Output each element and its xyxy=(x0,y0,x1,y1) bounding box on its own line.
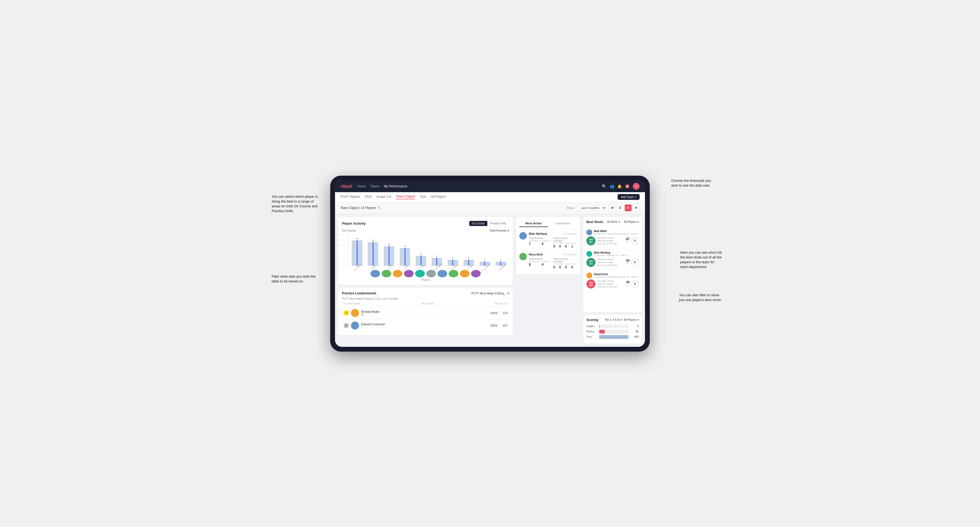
shot-metrics-1: 43 yds 0 xyxy=(626,259,639,266)
shots-filter[interactable]: All Shots ▾ xyxy=(607,221,620,223)
act-stats-0: Total Rounds Tournament 7 Practice xyxy=(529,237,577,248)
chart-filter[interactable]: Total Rounds ▾ xyxy=(490,229,509,232)
nav-links: Home Teams My Performance xyxy=(357,184,597,188)
add-team-button[interactable]: Add Team + xyxy=(617,194,640,200)
annotation-player-filter: You can also filter to show just one pla… xyxy=(679,293,722,302)
lb-avatar-1 xyxy=(351,322,359,330)
chevron-right-icon: › xyxy=(637,278,639,283)
grid-view-btn[interactable]: ⊞ xyxy=(609,205,616,211)
player-activity-card: Player Activity On Course Practice Drill… xyxy=(338,217,513,285)
scoring-header: Scoring Par 3, 4 & 5s ▾ All Players ▾ xyxy=(586,318,639,322)
tab-hcaps[interactable]: Hcaps 1-5 xyxy=(377,195,391,199)
on-course-toggle[interactable]: On Course xyxy=(469,221,487,226)
team-controls: Show: Last 3 months ⊞ ☰ ♥ ⚙ xyxy=(566,205,640,211)
target-icon[interactable]: 🎯 xyxy=(625,184,630,189)
tab-tour[interactable]: Tour xyxy=(420,195,426,199)
bar-mcharg xyxy=(352,240,362,266)
bar-chart: 13 12 xyxy=(348,234,509,266)
leaderboard-title: Practice Leaderboards xyxy=(342,291,376,295)
chevron-down-icon: ▾ xyxy=(508,291,509,295)
x-axis-names: B. McHarg B. Britt D. Ford J. Coles E. E… xyxy=(348,267,509,268)
shot-player-sub-2: 24 Aug 2023 · Royal North Devon GC · Hol… xyxy=(594,276,639,278)
shot-avatar-1 xyxy=(586,251,592,257)
nav-link-teams[interactable]: Teams xyxy=(370,184,379,188)
least-active-tab[interactable]: Least Active xyxy=(548,220,577,227)
bell-icon[interactable]: 🔔 xyxy=(617,184,622,189)
act-stats-1: Total Rounds Tournament 8 Practice xyxy=(529,258,577,269)
chevron-down-icon: ▾ xyxy=(508,229,509,232)
annotation-best-shots: Here you can see who's hit the best shot… xyxy=(680,250,722,270)
act-date-0: 26 Aug 2023 xyxy=(563,232,577,235)
activity-player-1: Rees Britt 02 Sep 2023 Total Rounds Tour… xyxy=(519,251,577,271)
nav-link-performance[interactable]: My Performance xyxy=(384,184,407,188)
search-icon[interactable]: 🔍 xyxy=(602,184,606,189)
scoring-title: Scoring xyxy=(586,318,598,322)
players-filter[interactable]: All Players ▾ xyxy=(624,221,639,223)
heart-view-btn[interactable]: ♥ xyxy=(625,205,632,211)
avatar-0 xyxy=(371,270,380,277)
shot-player-name-1: Blair McHarg xyxy=(594,251,628,254)
lb-avg-0: 110 xyxy=(500,311,508,314)
scoring-players-filter[interactable]: All Players ▾ xyxy=(624,318,639,321)
scoring-bar-eagles: Eagles 3 xyxy=(586,324,639,328)
shots-title: Best Shots xyxy=(586,220,603,224)
shot-text-2: Shot Dist: 16 yds Start Lie: Rough End L… xyxy=(598,279,617,289)
shot-player-name-0: Matt Miller xyxy=(594,230,638,233)
middle-panel: Most Active Least Active Blair McHarg 26… xyxy=(516,217,580,344)
shots-header: Best Shots All Shots ▾ All Players ▾ xyxy=(586,220,639,224)
chevron-down-icon: ▾ xyxy=(621,318,622,321)
edit-icon[interactable]: ✏️ xyxy=(377,206,381,210)
rank-badge-1: 1 xyxy=(344,310,349,316)
tab-all-players[interactable]: All Players xyxy=(431,195,446,199)
on-course-label: On Course xyxy=(342,229,356,232)
tab-pgat-players[interactable]: PGAT Players xyxy=(340,195,360,199)
shot-player-sub-0: 09 Jun 2023 · Royal North Devon GC · Hol… xyxy=(594,233,638,235)
bar-britt xyxy=(368,242,378,266)
act-info-0: Blair McHarg 26 Aug 2023 Total Rounds To… xyxy=(529,232,577,248)
main-content: Player Activity On Course Practice Drill… xyxy=(335,214,645,347)
people-icon[interactable]: 👥 xyxy=(609,184,614,189)
leaderboard-row-0: 1 Richard Butler 🏆 ① 19/20 110 xyxy=(342,306,509,319)
scoring-bar-birdies: Birdies 96 xyxy=(586,330,639,333)
practice-drills-toggle[interactable]: Practice Drills xyxy=(487,221,509,226)
scoring-par-filter[interactable]: Par 3, 4 & 5s ▾ xyxy=(605,318,622,321)
tab-team-clippd[interactable]: Team Clippd xyxy=(396,195,415,199)
settings-view-btn[interactable]: ⚙ xyxy=(633,205,640,211)
shot-metrics-2: 16 yds 0 xyxy=(626,280,639,288)
lb-avatar-0 xyxy=(351,309,359,317)
act-date-1: 02 Sep 2023 xyxy=(563,253,577,256)
leaderboard-filter[interactable]: PUTT Must Make Putting... ▾ xyxy=(471,291,509,295)
chevron-right-icon: › xyxy=(637,257,639,261)
shot-row-0: Matt Miller 09 Jun 2023 · Royal North De… xyxy=(586,227,639,248)
shot-player-sub-1: 23 Jul 2023 · Ashridge GC · Hole 15 xyxy=(594,254,628,257)
list-view-btn[interactable]: ☰ xyxy=(617,205,624,211)
leaderboard-columns: PLAYER NAME PB SCORE PB AVG SQ xyxy=(342,302,509,305)
shot-row-2: David Ford 24 Aug 2023 · Royal North Dev… xyxy=(586,270,639,291)
activity-card: Most Active Least Active Blair McHarg 26… xyxy=(516,217,580,275)
toggle-group: On Course Practice Drills xyxy=(469,221,509,226)
user-avatar[interactable]: U xyxy=(633,183,640,190)
shot-badge-1: 200 SG xyxy=(586,258,595,267)
act-name-1: Rees Britt xyxy=(529,253,543,256)
lb-player-name-1: Edward Crossman ② xyxy=(361,322,486,328)
most-active-tab[interactable]: Most Active xyxy=(519,220,548,227)
shot-avatar-0 xyxy=(586,229,592,235)
lb-score-1: 18/20 xyxy=(488,324,498,327)
activity-card-header: Player Activity On Course Practice Drill… xyxy=(342,221,509,226)
players-label: Players xyxy=(342,278,509,281)
shot-details-2: 198 SG Shot Dist: 16 yds Start Lie: Roug… xyxy=(586,279,639,289)
act-info-1: Rees Britt 02 Sep 2023 Total Rounds Tour… xyxy=(529,253,577,269)
lb-avg-1: 107 xyxy=(500,324,508,327)
sub-nav: PGAT Players PGA Hcaps 1-5 Team Clippd T… xyxy=(335,192,645,202)
show-label: Show: xyxy=(566,206,575,210)
avatar-6 xyxy=(438,270,447,277)
time-select[interactable]: Last 3 months xyxy=(578,205,606,211)
act-name-0: Blair McHarg xyxy=(529,232,547,235)
act-avatar-1 xyxy=(519,253,527,260)
left-panel: Player Activity On Course Practice Drill… xyxy=(338,217,513,344)
team-name: Team Clippd | 14 Players ✏️ xyxy=(340,206,381,210)
leaderboard-row-1: 2 Edward Crossman ② 18/20 107 xyxy=(342,319,509,332)
sub-nav-tabs: PGAT Players PGA Hcaps 1-5 Team Clippd T… xyxy=(340,195,446,199)
tab-pga[interactable]: PGA xyxy=(365,195,372,199)
nav-link-home[interactable]: Home xyxy=(357,184,366,188)
